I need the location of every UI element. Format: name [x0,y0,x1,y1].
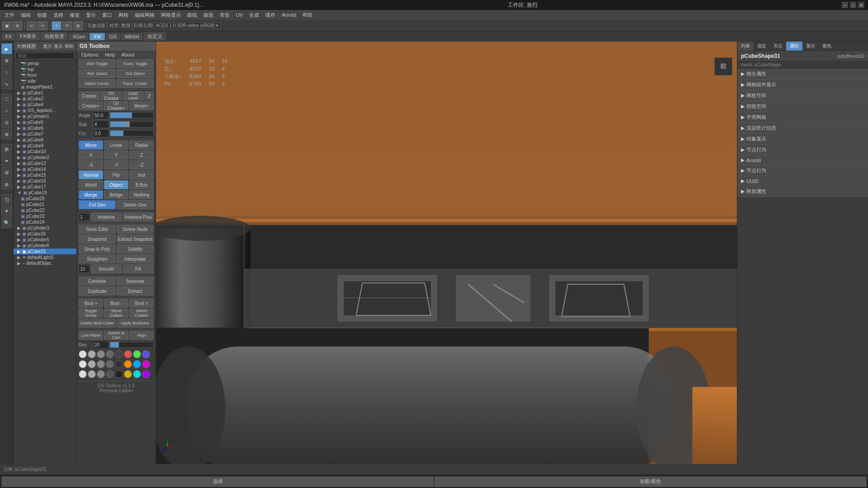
align-btn[interactable]: Align [129,331,154,340]
outliner-item-pcube1[interactable]: ▶▣pCube1 [14,90,76,96]
color-swatch-3-1[interactable] [79,370,87,378]
tool-ik-icon[interactable]: ⚙ [1,167,12,178]
uncrease-btn[interactable]: Un Crease [101,91,122,100]
attr-section-tangent-header[interactable]: ▶ 切线空间 [737,101,868,112]
menu-modify[interactable]: 修改 [67,11,82,19]
menu-uv[interactable]: UV [233,11,245,19]
outliner-item-pcylinder2[interactable]: ▶▣pCylinder2 [14,155,76,160]
camera-view-icon[interactable]: 前 [714,57,732,75]
tab-xw[interactable]: XW [90,33,105,40]
tool-curve-icon[interactable]: ∿ [1,79,12,89]
cut-geo-btn[interactable]: Cut Geo [79,200,116,209]
tool-cluster-icon[interactable]: ⊛ [1,179,12,190]
color-swatch-3-2[interactable] [88,370,96,378]
crease-btn[interactable]: Crease [79,91,100,100]
show-cutters-btn[interactable]: Show Cutters [104,309,128,318]
outliner-item-pcube15[interactable]: ▶▣pCube15 [14,172,76,178]
merge-btn[interactable]: Merge [79,190,103,199]
outliner-item-pcube17[interactable]: ▶▣pCube17 [14,184,76,190]
outliner-item-pcylinder3[interactable]: ▶▣pCylinder3 [14,225,76,231]
menu-help[interactable]: 帮助 [300,11,315,19]
tool-rotate[interactable]: ↻ [62,21,72,30]
instance-btn[interactable]: Instance [91,212,122,221]
tool-move[interactable]: ✛ [52,21,61,30]
attr-section-render-header[interactable]: ▶ 渲染统计信息 [737,123,868,133]
attr-tab-select[interactable]: 选定 [754,42,770,51]
scene-canvas[interactable]: 顶点: 4887 24 16 边: 4529 10 0 三角形: 9209 [156,42,737,477]
color-swatch-2-1[interactable] [79,360,87,368]
outliner-item-pcube14[interactable]: ▶▣pCube14 [14,166,76,172]
wire-toggle-btn[interactable]: Wire Toggle [79,59,116,68]
color-swatch-orange[interactable] [124,360,132,368]
color-swatch-2-4[interactable] [106,360,114,368]
color-swatch-2-3[interactable] [97,360,105,368]
color-swatch-teal[interactable] [133,370,141,378]
outliner-item-pcube10[interactable]: ▶▣pCube10 [14,149,76,155]
res-slider[interactable] [110,342,154,348]
neg-y-btn[interactable]: -Y [104,160,128,169]
tool-paint-icon[interactable]: ⊕ [1,55,12,66]
outliner-item-pcube19[interactable]: ▼▣pCube19 [14,190,76,196]
tool-torus-icon[interactable]: ⊗ [1,129,12,140]
linear-btn[interactable]: Linear [104,141,128,150]
attr-section-space-header[interactable]: ▶ 网格空间 [737,90,868,101]
trans-constr-btn[interactable]: Trans. Constr. [117,79,154,88]
solidify-btn[interactable]: Solidify [117,244,154,253]
color-swatch-2-2[interactable] [88,360,96,368]
mirror-btn[interactable]: Mirror [79,141,103,150]
tool-cylinder-icon[interactable]: ⊙ [1,117,12,128]
live-plane-btn[interactable]: Live Plane [79,331,103,340]
outliner-item-pcube24[interactable]: ▣pCube24 [14,219,76,225]
attr-section-node-header[interactable]: ▶ 节点行为 [737,145,868,155]
outliner-item-pcube4[interactable]: ▶▣pCube4 [14,102,76,108]
tool-redo[interactable]: ↪ [38,21,47,30]
outliner-item-pcube5[interactable]: ▶▣pCube5 [14,119,76,125]
tab-custom[interactable]: 自定义 [144,32,166,41]
duplicate-btn[interactable]: Duplicate [79,286,116,296]
sub-slider[interactable] [110,121,154,127]
outliner-item-pcube21[interactable]: ▣pCube21 [14,202,76,207]
bevel-plus-btn[interactable]: Bevel+ [129,101,154,110]
world-btn[interactable]: World [79,180,103,189]
bridge-btn[interactable]: Bridge [104,190,128,199]
sub-input[interactable] [93,120,109,128]
uncrease-plus-btn[interactable]: Un Crease+ [104,101,128,110]
apply-booleans-btn[interactable]: Apply Booleans [117,319,154,328]
attr-tab-display[interactable]: 显示 [802,42,819,51]
minimize-button[interactable]: ─ [842,2,848,8]
normal-btn[interactable]: Normal [79,170,103,179]
outliner-item-pcylinder6[interactable]: ▶▣pCylinder6 [14,243,76,249]
angle-slider[interactable] [110,112,154,118]
outliner-item-pcube8[interactable]: ▶▣pCube8 [14,137,76,143]
outliner-item-gs-applied[interactable]: ▶▣GS_Applied... [14,108,76,113]
outliner-item-pcube20[interactable]: ▣pCube20 [14,196,76,202]
snap-to-poly-btn[interactable]: Snap to Poly [79,244,116,253]
attr-section-smooth-header[interactable]: ▶ 平滑网格 [737,112,868,122]
attr-section-node-2-header[interactable]: ▶ 节点行为 [737,165,868,176]
outliner-item-persp[interactable]: 📷persp [14,61,76,66]
menu-edit-mesh[interactable]: 编辑网格 [132,11,157,19]
outliner-item-pcube12[interactable]: ▶▣pCube12 [14,160,76,166]
tool-lattice-icon[interactable]: ⊞ [1,144,12,155]
switch-to-cam-btn[interactable]: Switch to Cam [104,331,128,340]
instance-plus-btn[interactable]: Instance Plus [123,212,154,221]
outliner-item-imageplane[interactable]: ▣imagePlane1 [14,84,76,90]
color-swatch-3-3[interactable] [97,370,105,378]
bool-minus-btn[interactable]: Bool - [104,299,128,308]
tool-undo[interactable]: ↩ [27,21,37,30]
color-swatch-yellow[interactable] [124,370,132,378]
menu-generate[interactable]: 生成 [246,11,262,19]
attr-section-uuid-header[interactable]: ▶ UUID [737,176,868,186]
color-space-dropdown[interactable]: ACES 1.0 SDR-video (sRGB) ▾ [154,22,221,29]
outliner-item-defaultobj[interactable]: ▶○defaultObjec [14,260,76,266]
trans-toggle-btn[interactable]: Trans. Toggle [117,59,154,68]
tab-gs[interactable]: GS [106,33,120,40]
outliner-item-pcylinder1[interactable]: ▶▣pCylinder1 [14,113,76,119]
angle-input[interactable] [93,111,109,119]
delete-bool-cutter-btn[interactable]: Delete Bool Cutter [79,319,116,328]
color-swatch-gray2[interactable] [97,350,105,358]
color-swatch-violet[interactable] [142,370,150,378]
x-btn[interactable]: X [79,150,103,160]
color-swatch-white[interactable] [79,350,87,358]
tool-joint-icon[interactable]: ✦ [1,155,12,166]
